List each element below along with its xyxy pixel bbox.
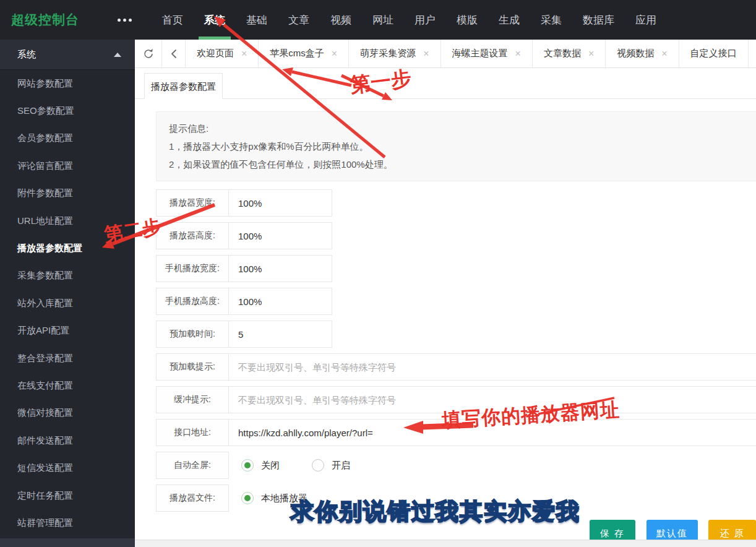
- nav-item-url[interactable]: 网址: [362, 0, 404, 40]
- sidebar-item-offsite-storage[interactable]: 站外入库配置: [0, 290, 135, 317]
- refresh-icon: [142, 48, 155, 60]
- sidebar-group-system[interactable]: 系统: [0, 40, 135, 70]
- collapse-arrow-icon[interactable]: [114, 53, 121, 57]
- tab-custom-api[interactable]: 自定义接口: [679, 40, 749, 67]
- sidebar-item-seo-params[interactable]: SEO参数配置: [0, 97, 135, 124]
- close-icon[interactable]: ×: [588, 48, 594, 59]
- app-logo: 超级控制台: [11, 11, 79, 28]
- active-nav-underline: [199, 37, 231, 40]
- hint-title: 提示信息:: [169, 119, 745, 137]
- form-row-buffer-tip: 缓冲提示:: [156, 386, 756, 413]
- field-label: 接口地址:: [156, 419, 229, 446]
- bottom-scroll-strip[interactable]: [135, 540, 756, 547]
- form-row-api-url: 接口地址:: [156, 419, 756, 446]
- field-label: 预加载提示:: [156, 353, 229, 381]
- form-row-player-height: 播放器高度:: [156, 222, 756, 249]
- radio-selected-icon[interactable]: [241, 492, 254, 504]
- more-menu-icon[interactable]: [118, 19, 132, 22]
- form-row-preload-time: 预加载时间:: [156, 321, 756, 348]
- top-nav: 首页 系统 基础 文章 视频 网址 用户 模版 生成 采集 数据库 应用: [152, 0, 667, 40]
- api-url-input[interactable]: [229, 420, 756, 446]
- tab-mengya-collect[interactable]: 萌芽采集资源×: [349, 40, 440, 67]
- nav-item-system[interactable]: 系统: [194, 0, 236, 40]
- nav-item-home[interactable]: 首页: [152, 0, 194, 40]
- sidebar-item-collect-params[interactable]: 采集参数配置: [0, 262, 135, 290]
- nav-item-template[interactable]: 模版: [446, 0, 488, 40]
- form-row-mobile-height: 手机播放高度:: [156, 288, 756, 315]
- sidebar-item-online-payment[interactable]: 在线支付配置: [0, 372, 135, 399]
- player-config-form: 播放器宽度: 播放器高度: 手机播放宽度: 手机播放高度: 预加载时间: 预加载: [156, 189, 756, 512]
- hint-line: 2，如果设置的值不包含任何单位，则按照100%处理。: [169, 155, 745, 173]
- tab-hailuo-theme[interactable]: 海螺主题设置×: [441, 40, 533, 67]
- preload-tip-input[interactable]: [229, 354, 756, 380]
- form-row-player-file: 播放器文件: 本地播放器: [156, 485, 756, 512]
- mobile-play-width-input[interactable]: [229, 256, 332, 282]
- tab-apple-cms-box[interactable]: 苹果cms盒子×: [259, 40, 349, 67]
- close-icon[interactable]: ×: [332, 48, 337, 59]
- auto-fullscreen-on-option[interactable]: 开启: [312, 459, 350, 472]
- mobile-play-height-input[interactable]: [229, 288, 332, 314]
- field-label: 手机播放高度:: [156, 288, 229, 315]
- hint-line: 1，播放器大小支持px像素和%百分比两种单位。: [169, 137, 745, 155]
- sidebar-item-sms[interactable]: 短信发送配置: [0, 454, 135, 481]
- form-row-mobile-width: 手机播放宽度:: [156, 255, 756, 282]
- nav-item-user[interactable]: 用户: [404, 0, 446, 40]
- tab-bar: 欢迎页面× 苹果cms盒子× 萌芽采集资源× 海螺主题设置× 文章数据× 视频数…: [135, 40, 756, 68]
- close-icon[interactable]: ×: [515, 48, 521, 59]
- sidebar-item-wechat[interactable]: 微信对接配置: [0, 400, 135, 427]
- field-label: 手机播放宽度:: [156, 255, 229, 282]
- field-label: 缓冲提示:: [156, 386, 229, 413]
- sidebar-item-comment-config[interactable]: 评论留言配置: [0, 152, 135, 179]
- auto-fullscreen-off-option[interactable]: 关闭: [241, 459, 280, 472]
- preload-time-input[interactable]: [229, 321, 332, 347]
- field-label: 播放器高度:: [156, 222, 229, 249]
- refresh-button[interactable]: [135, 40, 162, 67]
- main-content: 欢迎页面× 苹果cms盒子× 萌芽采集资源× 海螺主题设置× 文章数据× 视频数…: [135, 40, 756, 547]
- local-player-option[interactable]: 本地播放器: [241, 492, 307, 504]
- sidebar-item-player-params[interactable]: 播放器参数配置: [0, 235, 135, 262]
- subtab-strip: 播放器参数配置: [135, 68, 756, 99]
- radio-selected-icon[interactable]: [241, 459, 254, 472]
- field-label: 预加载时间:: [156, 321, 229, 348]
- sidebar-item-email[interactable]: 邮件发送配置: [0, 427, 135, 454]
- field-label: 自动全屏:: [156, 452, 229, 479]
- sidebar-item-member-params[interactable]: 会员参数配置: [0, 125, 135, 152]
- nav-item-generate[interactable]: 生成: [488, 0, 530, 40]
- buffer-tip-input[interactable]: [229, 387, 756, 413]
- form-row-auto-fullscreen: 自动全屏: 关闭 开启: [156, 452, 756, 479]
- field-label: 播放器文件:: [156, 485, 229, 512]
- sidebar-item-open-api[interactable]: 开放API配置: [0, 317, 135, 345]
- tab-article-data[interactable]: 文章数据×: [533, 40, 606, 67]
- sidebar-item-site-params[interactable]: 网站参数配置: [0, 70, 135, 97]
- tab-video-data[interactable]: 视频数据×: [606, 40, 679, 67]
- sidebar-item-attachment-params[interactable]: 附件参数配置: [0, 180, 135, 207]
- nav-item-article[interactable]: 文章: [278, 0, 320, 40]
- player-width-input[interactable]: [229, 190, 332, 216]
- sidebar-item-url-config[interactable]: URL地址配置: [0, 207, 135, 235]
- close-icon[interactable]: ×: [661, 48, 667, 59]
- nav-item-video[interactable]: 视频: [320, 0, 362, 40]
- sidebar: 系统 网站参数配置 SEO参数配置 会员参数配置 评论留言配置 附件参数配置 U…: [0, 40, 135, 547]
- sidebar-item-site-group[interactable]: 站群管理配置: [0, 509, 135, 536]
- sidebar-bottom-strip: [0, 538, 135, 547]
- tab-welcome[interactable]: 欢迎页面×: [186, 40, 259, 67]
- form-row-preload-tip: 预加载提示:: [156, 353, 756, 381]
- form-row-player-width: 播放器宽度:: [156, 189, 756, 217]
- nav-item-database[interactable]: 数据库: [572, 0, 625, 40]
- player-height-input[interactable]: [229, 223, 332, 249]
- sidebar-item-integrated-login[interactable]: 整合登录配置: [0, 345, 135, 372]
- nav-item-collect[interactable]: 采集: [530, 0, 572, 40]
- radio-unselected-icon[interactable]: [312, 459, 324, 472]
- nav-item-app[interactable]: 应用: [625, 0, 667, 40]
- hint-box: 提示信息: 1，播放器大小支持px像素和%百分比两种单位。 2，如果设置的值不包…: [156, 111, 756, 181]
- tab-player-params[interactable]: 播放器参数配置: [144, 73, 223, 99]
- close-icon[interactable]: ×: [241, 48, 247, 59]
- back-button[interactable]: [162, 40, 186, 67]
- close-icon[interactable]: ×: [423, 48, 429, 59]
- sidebar-item-cron[interactable]: 定时任务配置: [0, 482, 135, 509]
- chevron-left-icon: [170, 49, 178, 59]
- nav-item-basic[interactable]: 基础: [236, 0, 278, 40]
- field-label: 播放器宽度:: [156, 189, 229, 217]
- top-navbar: 超级控制台 首页 系统 基础 文章 视频 网址 用户 模版 生成 采集 数据库 …: [0, 0, 756, 40]
